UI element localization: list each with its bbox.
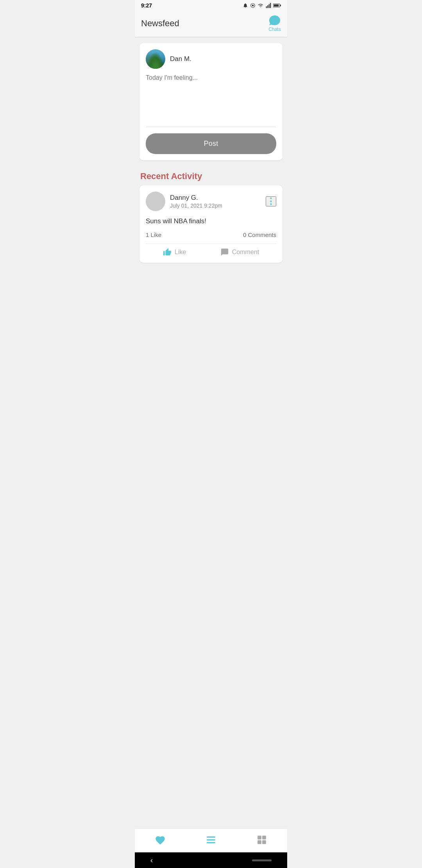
activity-avatar (146, 192, 165, 211)
user-avatar (146, 49, 165, 69)
status-icons (243, 3, 281, 8)
svg-point-1 (252, 5, 254, 7)
activity-post-content: Suns will NBA finals! (146, 217, 276, 226)
svg-rect-2 (266, 6, 267, 8)
activity-card: Danny G. July 01, 2021 9:22pm ⋮ Suns wil… (139, 185, 283, 263)
header-divider (135, 37, 287, 38)
activity-stats: 1 Like 0 Comments (146, 231, 276, 244)
chats-label: Chats (268, 27, 281, 32)
activity-user-info: Danny G. July 01, 2021 9:22pm (146, 192, 222, 211)
status-bar: 9:27 (135, 0, 287, 11)
activity-actions: Like Comment (146, 244, 276, 256)
thumbs-up-icon (163, 248, 172, 256)
svg-rect-4 (269, 4, 270, 8)
comment-action-button[interactable]: Comment (220, 248, 259, 256)
activity-date: July 01, 2021 9:22pm (170, 203, 222, 209)
post-user-name: Dan M. (170, 55, 191, 63)
post-card: Dan M. Post (139, 43, 283, 160)
more-options-button[interactable]: ⋮ (266, 196, 276, 206)
svg-rect-8 (280, 5, 281, 6)
activity-header: Danny G. July 01, 2021 9:22pm ⋮ (146, 192, 276, 211)
activity-user-details: Danny G. July 01, 2021 9:22pm (170, 194, 222, 209)
post-input[interactable] (146, 74, 276, 121)
svg-rect-5 (270, 3, 271, 8)
post-input-divider (146, 127, 276, 127)
comment-bubble-icon (220, 248, 229, 256)
svg-rect-7 (274, 4, 279, 7)
header: Newsfeed Chats (135, 11, 287, 37)
page-title: Newsfeed (141, 18, 179, 29)
svg-rect-3 (267, 5, 268, 8)
status-time: 9:27 (141, 2, 152, 9)
bell-icon (243, 3, 248, 8)
chats-button[interactable]: Chats (268, 15, 281, 32)
signal-icon (266, 3, 271, 8)
like-action-button[interactable]: Like (163, 248, 186, 256)
post-button[interactable]: Post (146, 133, 276, 154)
chat-bubble-icon (268, 15, 281, 26)
likes-count: 1 Like (146, 231, 161, 238)
wifi-icon (257, 3, 264, 8)
comment-action-label: Comment (232, 249, 259, 256)
post-card-header: Dan M. (146, 49, 276, 69)
like-action-label: Like (175, 249, 186, 256)
avatar-image (146, 49, 165, 69)
battery-icon (273, 3, 281, 8)
recent-activity-title: Recent Activity (135, 166, 287, 185)
activity-user-name: Danny G. (170, 194, 222, 202)
circle-badge-icon (250, 3, 256, 8)
comments-count: 0 Comments (243, 231, 276, 238)
